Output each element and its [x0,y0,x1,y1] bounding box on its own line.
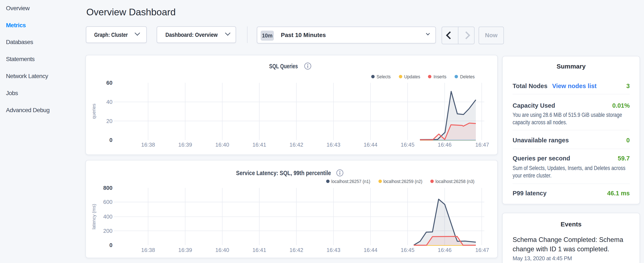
svg-text:20: 20 [106,118,112,124]
svg-text:latency (ms): latency (ms) [91,204,96,229]
svg-text:16:40: 16:40 [216,247,229,253]
svg-text:16:41: 16:41 [252,141,266,148]
svg-text:16:47: 16:47 [475,247,489,253]
svg-text:queries: queries [91,104,96,119]
svg-text:800: 800 [103,185,112,191]
svg-text:16:46: 16:46 [438,141,452,148]
svg-text:60: 60 [106,80,112,86]
svg-text:600: 600 [103,199,112,205]
svg-text:16:40: 16:40 [216,141,229,148]
svg-text:16:38: 16:38 [141,247,155,253]
svg-text:16:44: 16:44 [364,141,378,148]
svg-text:16:44: 16:44 [364,247,378,253]
svg-text:400: 400 [103,213,112,220]
svg-text:16:39: 16:39 [178,247,192,253]
svg-text:0: 0 [110,137,112,143]
svg-text:16:47: 16:47 [475,141,489,148]
svg-text:16:45: 16:45 [400,141,414,148]
svg-text:16:41: 16:41 [252,247,266,253]
svg-text:16:38: 16:38 [141,141,155,148]
svg-text:16:43: 16:43 [326,141,340,148]
svg-text:16:46: 16:46 [438,247,452,253]
svg-text:200: 200 [103,228,112,234]
svg-text:40: 40 [106,99,112,105]
svg-text:16:43: 16:43 [326,247,340,253]
svg-text:16:42: 16:42 [289,141,303,148]
svg-text:0: 0 [110,242,112,248]
svg-text:16:42: 16:42 [289,247,303,253]
svg-text:16:45: 16:45 [400,247,414,253]
svg-text:16:39: 16:39 [178,141,192,148]
